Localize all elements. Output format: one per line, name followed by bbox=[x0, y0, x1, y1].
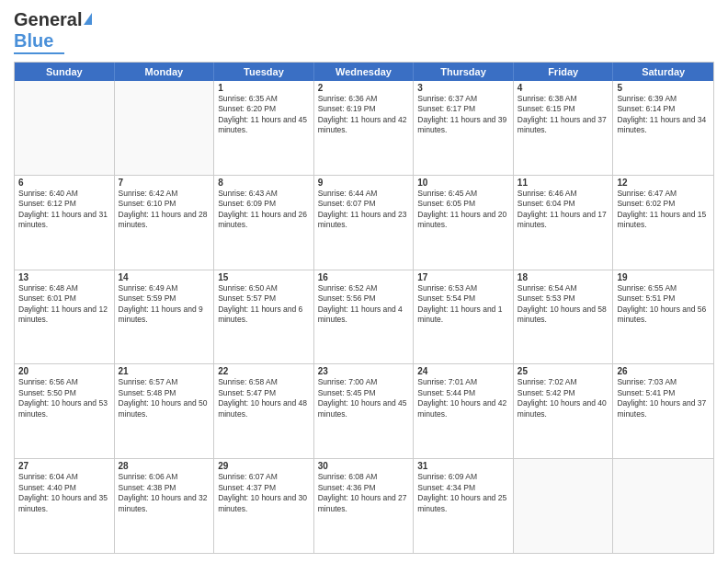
sunrise-text: Sunrise: 6:40 AM bbox=[18, 189, 110, 199]
sunrise-text: Sunrise: 6:55 AM bbox=[617, 283, 710, 293]
daylight-text: Daylight: 11 hours and 17 minutes. bbox=[518, 210, 609, 231]
sunrise-text: Sunrise: 7:03 AM bbox=[617, 377, 710, 387]
sunset-text: Sunset: 6:10 PM bbox=[119, 199, 210, 209]
sunrise-text: Sunrise: 7:00 AM bbox=[318, 377, 410, 387]
calendar-cell: 21Sunrise: 6:57 AMSunset: 5:48 PMDayligh… bbox=[115, 364, 215, 458]
sunrise-text: Sunrise: 7:01 AM bbox=[417, 377, 509, 387]
header-day-wednesday: Wednesday bbox=[314, 63, 415, 81]
calendar-cell: 23Sunrise: 7:00 AMSunset: 5:45 PMDayligh… bbox=[314, 364, 415, 458]
calendar-cell: 22Sunrise: 6:58 AMSunset: 5:47 PMDayligh… bbox=[214, 364, 314, 458]
calendar-row: 20Sunrise: 6:56 AMSunset: 5:50 PMDayligh… bbox=[15, 363, 713, 458]
header-day-sunday: Sunday bbox=[15, 63, 115, 81]
day-number: 23 bbox=[318, 366, 410, 376]
daylight-text: Daylight: 10 hours and 53 minutes. bbox=[18, 398, 110, 419]
day-number: 30 bbox=[318, 461, 410, 471]
calendar-row: 6Sunrise: 6:40 AMSunset: 6:12 PMDaylight… bbox=[15, 175, 713, 270]
day-number: 26 bbox=[617, 366, 710, 376]
daylight-text: Daylight: 10 hours and 25 minutes. bbox=[417, 493, 509, 514]
sunset-text: Sunset: 4:37 PM bbox=[218, 483, 310, 493]
sunset-text: Sunset: 6:14 PM bbox=[617, 104, 710, 114]
sunset-text: Sunset: 6:07 PM bbox=[318, 199, 410, 209]
daylight-text: Daylight: 10 hours and 45 minutes. bbox=[318, 398, 410, 419]
daylight-text: Daylight: 11 hours and 1 minute. bbox=[417, 304, 509, 326]
calendar-cell: 19Sunrise: 6:55 AMSunset: 5:51 PMDayligh… bbox=[613, 270, 713, 364]
calendar-row: 13Sunrise: 6:48 AMSunset: 6:01 PMDayligh… bbox=[15, 270, 713, 364]
logo-general: General bbox=[14, 9, 82, 30]
sunset-text: Sunset: 6:12 PM bbox=[18, 199, 110, 209]
sunset-text: Sunset: 5:56 PM bbox=[318, 293, 410, 304]
sunset-text: Sunset: 6:05 PM bbox=[417, 199, 509, 209]
day-number: 14 bbox=[119, 272, 210, 282]
calendar-cell: 27Sunrise: 6:04 AMSunset: 4:40 PMDayligh… bbox=[15, 459, 115, 553]
day-number: 17 bbox=[417, 272, 509, 282]
calendar-cell: 15Sunrise: 6:50 AMSunset: 5:57 PMDayligh… bbox=[214, 270, 314, 364]
daylight-text: Daylight: 10 hours and 58 minutes. bbox=[518, 304, 609, 326]
daylight-text: Daylight: 11 hours and 26 minutes. bbox=[218, 210, 310, 231]
day-number: 10 bbox=[417, 178, 509, 188]
sunrise-text: Sunrise: 6:06 AM bbox=[119, 472, 210, 482]
sunset-text: Sunset: 4:38 PM bbox=[119, 483, 210, 493]
daylight-text: Daylight: 11 hours and 37 minutes. bbox=[518, 115, 609, 136]
calendar-cell: 12Sunrise: 6:47 AMSunset: 6:02 PMDayligh… bbox=[613, 176, 713, 270]
sunrise-text: Sunrise: 6:44 AM bbox=[318, 189, 410, 199]
calendar-cell: 11Sunrise: 6:46 AMSunset: 6:04 PMDayligh… bbox=[514, 176, 614, 270]
header-day-saturday: Saturday bbox=[613, 63, 713, 81]
daylight-text: Daylight: 11 hours and 42 minutes. bbox=[318, 115, 410, 136]
logo: General Blue bbox=[14, 9, 92, 54]
sunrise-text: Sunrise: 6:58 AM bbox=[218, 377, 310, 387]
sunrise-text: Sunrise: 6:47 AM bbox=[617, 189, 710, 199]
calendar-cell: 20Sunrise: 6:56 AMSunset: 5:50 PMDayligh… bbox=[15, 364, 115, 458]
calendar-cell bbox=[613, 459, 713, 553]
calendar: SundayMondayTuesdayWednesdayThursdayFrid… bbox=[14, 62, 714, 554]
sunrise-text: Sunrise: 6:36 AM bbox=[318, 94, 410, 104]
day-number: 22 bbox=[218, 366, 310, 376]
sunrise-text: Sunrise: 6:37 AM bbox=[417, 94, 509, 104]
calendar-cell: 8Sunrise: 6:43 AMSunset: 6:09 PMDaylight… bbox=[214, 176, 314, 270]
day-number: 4 bbox=[518, 83, 609, 93]
sunset-text: Sunset: 6:04 PM bbox=[518, 199, 609, 209]
daylight-text: Daylight: 11 hours and 23 minutes. bbox=[318, 210, 410, 231]
sunrise-text: Sunrise: 6:04 AM bbox=[18, 472, 110, 482]
daylight-text: Daylight: 10 hours and 42 minutes. bbox=[417, 398, 509, 419]
sunset-text: Sunset: 5:41 PM bbox=[617, 388, 710, 398]
calendar-cell: 6Sunrise: 6:40 AMSunset: 6:12 PMDaylight… bbox=[15, 176, 115, 270]
sunrise-text: Sunrise: 6:45 AM bbox=[417, 189, 509, 199]
day-number: 29 bbox=[218, 461, 310, 471]
calendar-cell: 14Sunrise: 6:49 AMSunset: 5:59 PMDayligh… bbox=[115, 270, 215, 364]
day-number: 6 bbox=[18, 178, 110, 188]
sunset-text: Sunset: 6:01 PM bbox=[18, 293, 110, 304]
sunset-text: Sunset: 5:45 PM bbox=[318, 388, 410, 398]
calendar-header: SundayMondayTuesdayWednesdayThursdayFrid… bbox=[15, 63, 713, 81]
daylight-text: Daylight: 11 hours and 39 minutes. bbox=[417, 115, 509, 136]
daylight-text: Daylight: 10 hours and 35 minutes. bbox=[18, 493, 110, 514]
calendar-cell: 2Sunrise: 6:36 AMSunset: 6:19 PMDaylight… bbox=[314, 81, 415, 175]
calendar-cell: 24Sunrise: 7:01 AMSunset: 5:44 PMDayligh… bbox=[414, 364, 514, 458]
daylight-text: Daylight: 10 hours and 27 minutes. bbox=[318, 493, 410, 514]
sunrise-text: Sunrise: 6:43 AM bbox=[218, 189, 310, 199]
day-number: 20 bbox=[18, 366, 110, 376]
day-number: 1 bbox=[218, 83, 310, 93]
daylight-text: Daylight: 11 hours and 34 minutes. bbox=[617, 115, 710, 136]
calendar-cell: 7Sunrise: 6:42 AMSunset: 6:10 PMDaylight… bbox=[115, 176, 215, 270]
day-number: 16 bbox=[318, 272, 410, 282]
sunset-text: Sunset: 6:19 PM bbox=[318, 104, 410, 114]
calendar-cell bbox=[115, 81, 215, 175]
calendar-cell: 5Sunrise: 6:39 AMSunset: 6:14 PMDaylight… bbox=[613, 81, 713, 175]
day-number: 25 bbox=[518, 366, 609, 376]
calendar-cell: 18Sunrise: 6:54 AMSunset: 5:53 PMDayligh… bbox=[514, 270, 614, 364]
daylight-text: Daylight: 10 hours and 37 minutes. bbox=[617, 398, 710, 419]
sunrise-text: Sunrise: 6:07 AM bbox=[218, 472, 310, 482]
calendar-cell: 30Sunrise: 6:08 AMSunset: 4:36 PMDayligh… bbox=[314, 459, 415, 553]
day-number: 21 bbox=[119, 366, 210, 376]
header: General Blue bbox=[14, 9, 714, 54]
sunrise-text: Sunrise: 6:09 AM bbox=[417, 472, 509, 482]
calendar-cell: 25Sunrise: 7:02 AMSunset: 5:42 PMDayligh… bbox=[514, 364, 614, 458]
daylight-text: Daylight: 10 hours and 50 minutes. bbox=[119, 398, 210, 419]
sunset-text: Sunset: 5:54 PM bbox=[417, 293, 509, 304]
day-number: 8 bbox=[218, 178, 310, 188]
calendar-cell: 3Sunrise: 6:37 AMSunset: 6:17 PMDaylight… bbox=[414, 81, 514, 175]
calendar-cell: 31Sunrise: 6:09 AMSunset: 4:34 PMDayligh… bbox=[414, 459, 514, 553]
sunrise-text: Sunrise: 6:52 AM bbox=[318, 283, 410, 293]
calendar-cell: 10Sunrise: 6:45 AMSunset: 6:05 PMDayligh… bbox=[414, 176, 514, 270]
calendar-cell: 9Sunrise: 6:44 AMSunset: 6:07 PMDaylight… bbox=[314, 176, 415, 270]
